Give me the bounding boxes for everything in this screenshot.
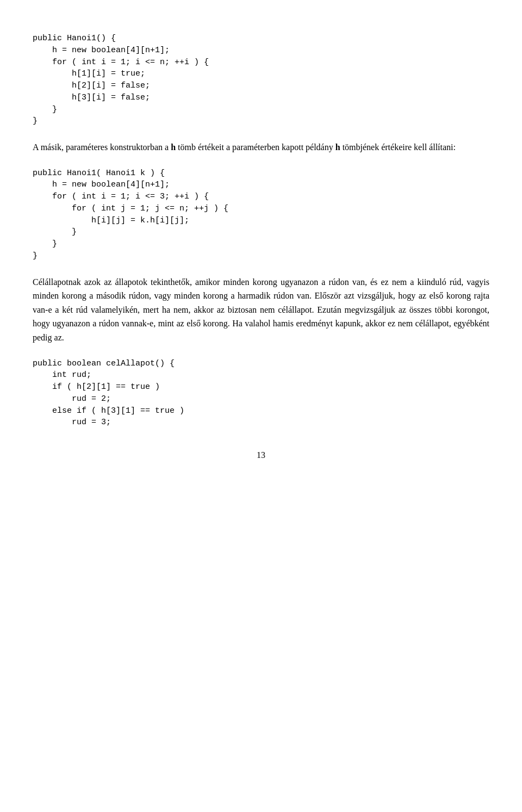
prose-paragraph-1: A másik, paraméteres konstruktorban a h … — [33, 140, 489, 154]
code-block-2: public Hanoi1( Hanoi1 k ) { h = new bool… — [33, 168, 489, 262]
page-content: public Hanoi1() { h = new boolean[4][n+1… — [33, 33, 489, 429]
code-block-1: public Hanoi1() { h = new boolean[4][n+1… — [33, 33, 489, 127]
page-number: 13 — [33, 450, 489, 460]
prose-paragraph-2: Célállapotnak azok az állapotok tekinthe… — [33, 275, 489, 345]
code-block-3: public boolean celAllapot() { int rud; i… — [33, 358, 489, 429]
